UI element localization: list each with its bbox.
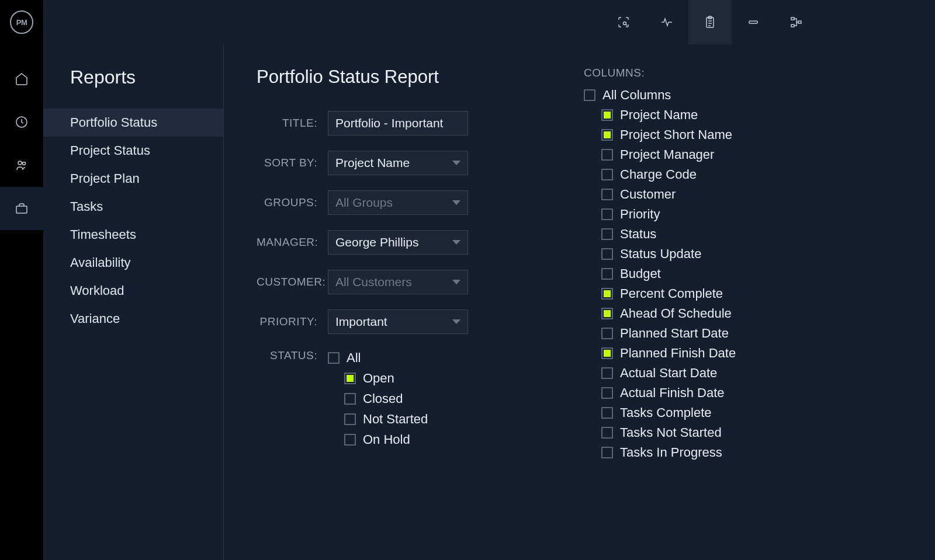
column-option[interactable]: Project Name [601, 107, 895, 123]
status-option[interactable]: Closed [344, 391, 428, 406]
report-item[interactable]: Tasks [43, 193, 223, 221]
column-option[interactable]: Ahead Of Schedule [601, 306, 895, 321]
column-option[interactable]: Budget [601, 266, 895, 281]
column-option[interactable]: Tasks Not Started [601, 425, 895, 440]
checkbox[interactable] [601, 367, 613, 379]
svg-rect-8 [791, 18, 794, 20]
status-option-label: On Hold [363, 432, 410, 447]
select-customer[interactable]: All Customers [328, 270, 468, 294]
rail-users[interactable] [0, 144, 43, 187]
report-item[interactable]: Availability [43, 249, 223, 277]
checkbox[interactable] [601, 407, 613, 419]
rail-home[interactable] [0, 57, 43, 100]
report-item[interactable]: Timesheets [43, 221, 223, 249]
column-option-label: Actual Finish Date [620, 385, 725, 401]
row-customer: CUSTOMER: All Customers [257, 270, 572, 294]
report-item[interactable]: Project Plan [43, 165, 223, 193]
column-option[interactable]: Charge Code [601, 167, 895, 182]
status-option[interactable]: Not Started [344, 412, 428, 427]
columns-title: COLUMNS: [584, 67, 902, 79]
label-manager: MANAGER: [257, 236, 328, 249]
top-activity[interactable] [645, 0, 688, 44]
content-area: Reports Portfolio StatusProject StatusPr… [43, 44, 935, 560]
scan-icon [617, 15, 631, 29]
row-manager: MANAGER: George Phillips [257, 230, 572, 255]
column-option-label: Project Short Name [620, 127, 732, 142]
chevron-down-icon [452, 200, 460, 205]
label-status: STATUS: [257, 349, 328, 362]
checkbox[interactable] [601, 228, 613, 240]
report-item[interactable]: Portfolio Status [43, 109, 223, 137]
column-option[interactable]: Customer [601, 187, 895, 202]
status-option[interactable]: Open [344, 371, 428, 386]
select-sortby[interactable]: Project Name [328, 151, 468, 175]
row-priority: PRIORITY: Important [257, 309, 572, 334]
report-item[interactable]: Variance [43, 305, 223, 333]
select-groups-value: All Groups [335, 196, 393, 210]
top-minus[interactable] [732, 0, 775, 44]
checkbox[interactable] [601, 129, 613, 141]
status-option-label: Closed [363, 391, 403, 406]
column-all[interactable]: All Columns [584, 88, 895, 103]
select-priority-value: Important [335, 315, 387, 329]
status-option[interactable]: All [328, 350, 428, 366]
rail-briefcase[interactable] [0, 187, 43, 230]
row-groups: GROUPS: All Groups [257, 190, 572, 215]
svg-point-4 [624, 22, 626, 25]
checkbox[interactable] [601, 387, 613, 399]
input-title[interactable] [328, 111, 468, 135]
checkbox[interactable] [601, 427, 613, 439]
checkbox[interactable] [328, 352, 340, 364]
column-option[interactable]: Project Short Name [601, 127, 895, 142]
logo: PM [10, 11, 33, 34]
checkbox[interactable] [344, 393, 356, 405]
checkbox[interactable] [601, 288, 613, 300]
column-option[interactable]: Project Manager [601, 147, 895, 162]
column-option[interactable]: Planned Start Date [601, 326, 895, 341]
checkbox[interactable] [601, 149, 613, 161]
svg-point-1 [18, 161, 22, 165]
checkbox[interactable] [601, 208, 613, 220]
icon-rail: PM [0, 0, 43, 560]
column-option[interactable]: Planned Finish Date [601, 346, 895, 361]
top-flow[interactable] [775, 0, 818, 44]
checkbox[interactable] [601, 169, 613, 180]
checkbox[interactable] [601, 308, 613, 319]
checkbox[interactable] [601, 447, 613, 458]
column-option[interactable]: Tasks In Progress [601, 445, 895, 460]
status-option[interactable]: On Hold [344, 432, 428, 447]
svg-point-2 [23, 162, 26, 165]
column-option[interactable]: Actual Start Date [601, 366, 895, 381]
checkbox[interactable] [601, 109, 613, 121]
checkbox[interactable] [344, 373, 356, 384]
checkbox[interactable] [344, 434, 356, 446]
columns-list[interactable]: All Columns Project NameProject Short Na… [584, 88, 902, 465]
report-item[interactable]: Workload [43, 277, 223, 305]
label-groups: GROUPS: [257, 196, 328, 209]
top-scan[interactable] [602, 0, 645, 44]
column-option-label: Priority [620, 207, 660, 222]
label-sortby: SORT BY: [257, 156, 328, 169]
column-option-label: Tasks In Progress [620, 445, 722, 460]
report-item[interactable]: Project Status [43, 137, 223, 165]
checkbox[interactable] [601, 248, 613, 260]
checkbox[interactable] [601, 347, 613, 359]
top-clipboard[interactable] [688, 0, 732, 44]
select-priority[interactable]: Important [328, 309, 468, 334]
checkbox[interactable] [601, 328, 613, 339]
column-option[interactable]: Percent Complete [601, 286, 895, 301]
select-groups[interactable]: All Groups [328, 190, 468, 215]
column-option[interactable]: Status Update [601, 246, 895, 262]
checkbox[interactable] [601, 268, 613, 280]
rail-time[interactable] [0, 100, 43, 144]
checkbox[interactable] [601, 189, 613, 200]
label-customer: CUSTOMER: [257, 276, 328, 288]
column-option[interactable]: Tasks Complete [601, 405, 895, 420]
checkbox[interactable] [584, 89, 595, 101]
column-option[interactable]: Priority [601, 207, 895, 222]
column-option[interactable]: Actual Finish Date [601, 385, 895, 401]
checkbox[interactable] [344, 413, 356, 425]
column-option[interactable]: Status [601, 227, 895, 242]
column-option-label: Tasks Not Started [620, 425, 722, 440]
select-manager[interactable]: George Phillips [328, 230, 468, 255]
